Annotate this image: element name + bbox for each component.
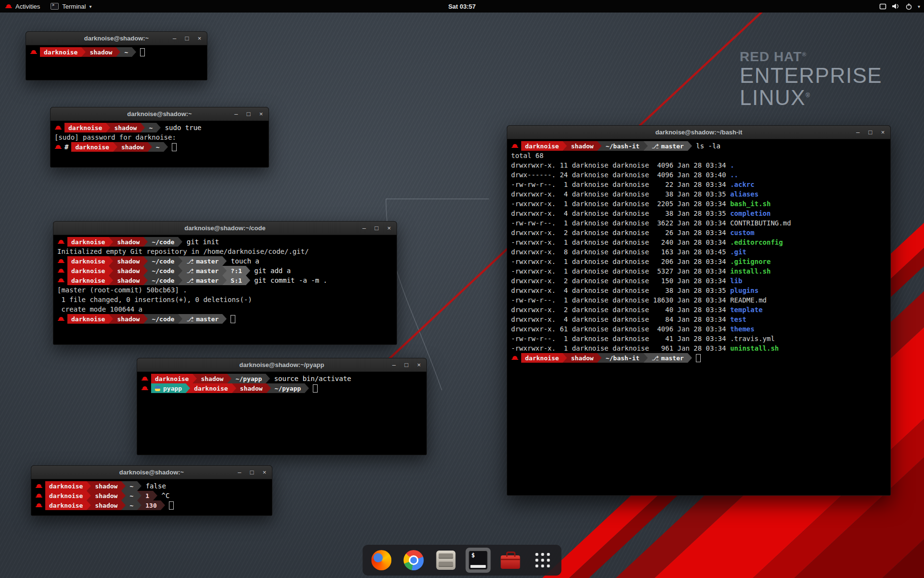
redhat-prompt-icon	[141, 376, 148, 381]
dock-chrome[interactable]	[401, 548, 426, 573]
app-grid-icon	[536, 553, 550, 567]
segment-text: darknoise	[525, 355, 559, 362]
close-button[interactable]: ×	[261, 469, 268, 475]
prompt-segment-host: shadow	[567, 141, 597, 151]
maximize-button[interactable]: □	[184, 35, 190, 41]
file-listing-line: drwxrwxr-x. 2 darknoise darknoise 26 Jan…	[511, 228, 886, 237]
terminal-body[interactable]: darknoiseshadow~ sudo true[sudo] passwor…	[51, 121, 269, 167]
segment-text: darknoise	[68, 124, 102, 131]
terminal-body[interactable]: darknoiseshadow~/code git initInitialize…	[53, 235, 397, 344]
prompt-segment-host: shadow	[113, 276, 143, 285]
prompt-segment-path: ~	[152, 142, 164, 152]
close-button[interactable]: ×	[416, 362, 422, 368]
terminal-prompt-line: darknoiseshadow~/code⎇masterS:1 git comm…	[57, 276, 393, 285]
prompt-segment-path: ~/pyapp	[271, 383, 305, 393]
terminal-icon	[51, 3, 59, 10]
close-button[interactable]: ×	[386, 225, 392, 231]
power-icon[interactable]	[905, 3, 912, 10]
dock-terminal[interactable]	[466, 548, 491, 573]
file-name: .ackrc	[730, 181, 755, 188]
prompt-segment-exit: 130	[141, 500, 160, 510]
file-name: aliases	[730, 190, 758, 198]
volume-icon[interactable]	[892, 3, 900, 10]
firefox-icon	[372, 550, 392, 570]
dock-files[interactable]	[434, 548, 459, 573]
terminal-cursor	[172, 143, 177, 151]
terminal-body[interactable]: darknoiseshadow~/bash-it⎇master ls -lato…	[507, 139, 890, 495]
terminal-prompt-line: darknoiseshadow~ false	[35, 481, 268, 491]
powerline-arrow	[141, 123, 145, 132]
maximize-button[interactable]: □	[403, 362, 410, 368]
terminal-body[interactable]: darknoiseshadow~/pyapp source bin/activa…	[137, 372, 426, 455]
window-tray-icon[interactable]	[879, 3, 886, 10]
maximize-button[interactable]: □	[245, 111, 252, 117]
prompt-segment-host: shadow	[117, 142, 148, 152]
app-menu-terminal[interactable]: Terminal ▾	[45, 0, 97, 13]
minimize-button[interactable]: –	[361, 225, 367, 231]
window-titlebar[interactable]: darknoise@shadow:~/pyapp – □ ×	[137, 358, 426, 372]
powerline-arrow	[106, 123, 110, 132]
window-titlebar[interactable]: darknoise@shadow:~ – □ ×	[26, 32, 207, 45]
powerline-arrow	[121, 491, 126, 500]
minimize-button[interactable]: –	[855, 129, 861, 135]
minimize-button[interactable]: –	[233, 111, 239, 117]
terminal-body[interactable]: darknoiseshadow~ falsedarknoiseshadow~1 …	[31, 479, 272, 515]
segment-text: darknoise	[71, 277, 105, 284]
window-titlebar[interactable]: darknoise@shadow:~/bash-it – □ ×	[507, 126, 890, 139]
maximize-button[interactable]: □	[867, 129, 873, 135]
prompt-segment-host: shadow	[567, 353, 597, 363]
segment-text: master	[196, 258, 218, 265]
prompt-segment-user: darknoise	[521, 141, 563, 151]
prompt-segment-git: ⎇master	[182, 266, 222, 276]
file-meta: -rw-rw-r--. 1 darknoise darknoise 41 Jan…	[511, 335, 730, 342]
segment-text: ~	[129, 502, 133, 509]
dock-toolbox[interactable]	[498, 548, 523, 573]
close-button[interactable]: ×	[880, 129, 886, 135]
segment-text: ~/pyapp	[275, 385, 301, 392]
toolbox-icon	[501, 555, 520, 569]
terminal-body[interactable]: darknoiseshadow~	[26, 45, 207, 80]
clock[interactable]: Sat 03:57	[448, 3, 475, 10]
chevron-down-icon: ▾	[89, 4, 91, 9]
file-meta: -rwxrwxr-x. 1 darknoise darknoise 5327 J…	[511, 267, 730, 275]
redhat-prompt-icon	[55, 125, 62, 131]
terminal-cursor	[169, 501, 174, 510]
terminal-prompt-line: darknoiseshadow~/bash-it⎇master	[511, 353, 886, 363]
minimize-button[interactable]: –	[236, 469, 243, 475]
redhat-prompt-icon	[36, 493, 42, 499]
git-branch-icon: ⎇	[186, 258, 193, 265]
segment-text: S:1	[231, 277, 242, 284]
minimize-button[interactable]: –	[391, 362, 397, 368]
minimize-button[interactable]: –	[171, 35, 178, 41]
segment-text: ~	[129, 483, 133, 490]
window-titlebar[interactable]: darknoise@shadow:~ – □ ×	[51, 107, 269, 121]
prompt-segment-git: ⎇master	[182, 314, 222, 324]
close-button[interactable]: ×	[196, 35, 203, 41]
prompt-segment-user: darknoise	[151, 374, 192, 383]
system-status-area[interactable]: ▾	[879, 0, 920, 13]
terminal-prompt-line: darknoiseshadow~/bash-it⎇master ls -la	[511, 141, 886, 151]
powerline-arrow	[178, 276, 182, 285]
file-name: .editorconfig	[730, 238, 783, 246]
terminal-prompt-line: pyappdarknoiseshadow~/pyapp	[141, 383, 423, 393]
file-meta: drwxrwxr-x. 4 darknoise darknoise 38 Jan…	[511, 287, 730, 294]
prompt-segment-user: darknoise	[67, 256, 109, 266]
prompt-segment-host: shadow	[110, 123, 141, 132]
maximize-button[interactable]: □	[373, 225, 380, 231]
activities-button[interactable]: Activities	[0, 0, 45, 13]
window-titlebar[interactable]: darknoise@shadow:~ – □ ×	[31, 466, 272, 479]
file-listing-line: -rwxrwxr-x. 1 darknoise darknoise 240 Ja…	[511, 237, 886, 247]
terminal-output-line: [master (root-commit) 50bcb63] .	[57, 285, 393, 295]
dock-app-grid[interactable]	[530, 548, 555, 573]
window-titlebar[interactable]: darknoise@shadow:~/code – □ ×	[53, 222, 397, 235]
terminal-output-line: total 68	[511, 151, 886, 160]
segment-text: shadow	[201, 375, 223, 382]
powerline-arrow	[164, 142, 168, 152]
redhat-prompt-icon	[55, 144, 62, 150]
close-button[interactable]: ×	[258, 111, 264, 117]
watermark-redhat-text: RED HAT	[740, 49, 802, 64]
file-listing-line: -rw-rw-r--. 1 darknoise darknoise 3622 J…	[511, 218, 886, 228]
file-name: plugins	[730, 287, 758, 294]
dock-firefox[interactable]	[369, 548, 394, 573]
maximize-button[interactable]: □	[249, 469, 255, 475]
